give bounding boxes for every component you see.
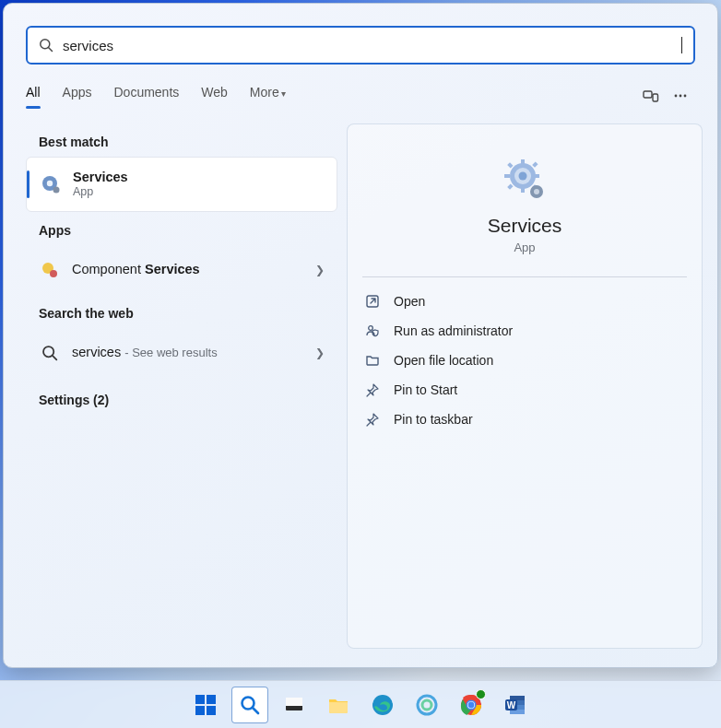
- taskbar-task-view-button[interactable]: [276, 687, 313, 723]
- tab-apps[interactable]: Apps: [63, 85, 92, 107]
- detail-subtitle: App: [514, 241, 535, 254]
- svg-point-16: [519, 172, 527, 181]
- action-run-as-admin[interactable]: Run as administrator: [362, 316, 687, 346]
- result-subtitle: App: [73, 185, 128, 199]
- search-area: [4, 4, 717, 65]
- taskbar-file-explorer-button[interactable]: [320, 687, 357, 723]
- search-input[interactable]: [63, 38, 685, 53]
- svg-rect-23: [507, 183, 513, 189]
- svg-point-28: [369, 326, 373, 331]
- action-open[interactable]: Open: [362, 287, 687, 316]
- folder-icon: [326, 693, 350, 717]
- action-pin-to-start[interactable]: Pin to Start: [362, 375, 687, 405]
- svg-point-39: [422, 700, 431, 710]
- taskbar-word-button[interactable]: W: [497, 687, 534, 723]
- detail-title: Services: [488, 215, 562, 237]
- search-icon: [239, 694, 261, 716]
- svg-point-11: [50, 270, 57, 277]
- services-gear-icon: [502, 158, 547, 202]
- result-web-search[interactable]: services - See web results ❯: [26, 328, 337, 378]
- windows-logo-icon: [194, 693, 218, 717]
- tab-documents[interactable]: Documents: [113, 85, 179, 107]
- ellipsis-icon: [672, 88, 689, 104]
- detail-actions: Open Run as administrator Open file loca…: [362, 287, 687, 434]
- svg-rect-24: [532, 161, 538, 167]
- text-caret: [681, 37, 682, 53]
- chevron-right-icon: ❯: [315, 264, 325, 276]
- tab-more[interactable]: More▾: [250, 85, 286, 107]
- result-title: Services: [73, 170, 128, 185]
- svg-point-5: [680, 95, 682, 98]
- section-apps: Apps: [39, 223, 337, 238]
- svg-point-6: [684, 95, 687, 98]
- svg-rect-21: [507, 162, 513, 168]
- chevron-right-icon: ❯: [315, 346, 325, 359]
- pin-icon: [364, 382, 381, 398]
- word-icon: W: [503, 693, 527, 717]
- svg-rect-18: [521, 187, 525, 193]
- tab-all[interactable]: All: [26, 85, 41, 107]
- open-icon: [364, 293, 381, 310]
- svg-rect-32: [207, 706, 216, 715]
- divider: [362, 276, 687, 277]
- task-view-icon: [283, 694, 305, 716]
- action-open-file-location[interactable]: Open file location: [362, 346, 687, 375]
- swirl-app-icon: [415, 693, 439, 717]
- svg-rect-2: [644, 91, 652, 98]
- chrome-icon: [459, 693, 483, 717]
- pin-icon: [364, 411, 381, 428]
- svg-rect-36: [286, 698, 302, 706]
- svg-line-13: [53, 356, 56, 359]
- svg-rect-20: [534, 174, 539, 178]
- shield-people-icon: [364, 323, 381, 339]
- section-best-match: Best match: [39, 135, 337, 149]
- svg-line-1: [49, 48, 53, 52]
- action-label: Open: [394, 294, 425, 309]
- chevron-down-icon: ▾: [281, 88, 286, 99]
- svg-point-26: [534, 189, 539, 194]
- edge-icon: [371, 693, 395, 717]
- svg-rect-17: [521, 159, 525, 165]
- taskbar-app-button[interactable]: [408, 687, 445, 723]
- action-label: Open file location: [394, 353, 493, 368]
- taskbar-edge-button[interactable]: [364, 687, 401, 723]
- svg-text:W: W: [507, 700, 516, 710]
- tab-web[interactable]: Web: [201, 85, 228, 107]
- svg-rect-29: [195, 695, 205, 704]
- taskbar-search-button[interactable]: [231, 687, 268, 723]
- start-search-panel: All Apps Documents Web More▾ Best match …: [3, 3, 718, 668]
- svg-point-38: [418, 696, 436, 714]
- action-label: Run as administrator: [394, 323, 513, 338]
- svg-rect-19: [504, 174, 510, 178]
- filter-row: All Apps Documents Web More▾: [4, 65, 717, 111]
- svg-point-8: [47, 181, 53, 186]
- taskbar: W: [0, 680, 721, 728]
- svg-rect-31: [195, 706, 205, 715]
- services-gear-icon: [40, 173, 62, 195]
- result-best-services[interactable]: Services App: [26, 157, 337, 212]
- action-pin-to-taskbar[interactable]: Pin to taskbar: [362, 405, 687, 434]
- svg-point-4: [675, 95, 678, 98]
- svg-line-34: [253, 708, 258, 713]
- taskbar-start-button[interactable]: [187, 687, 224, 723]
- result-component-services[interactable]: Component Services ❯: [26, 245, 337, 295]
- devices-icon: [643, 88, 659, 104]
- folder-icon: [364, 352, 381, 369]
- more-options-button[interactable]: [666, 81, 695, 111]
- search-icon: [39, 38, 53, 53]
- result-title: Component Services: [72, 262, 200, 277]
- component-services-icon: [39, 259, 61, 281]
- results-column: Best match Services App Apps Component S…: [26, 123, 337, 649]
- detail-panel: Services App Open Run as administrator O…: [347, 123, 703, 649]
- search-tabs: All Apps Documents Web More▾: [26, 85, 286, 107]
- taskbar-chrome-button[interactable]: [453, 687, 490, 723]
- result-title: services - See web results: [72, 345, 218, 360]
- section-settings[interactable]: Settings (2): [39, 393, 337, 407]
- search-across-devices-button[interactable]: [636, 81, 666, 111]
- search-icon: [39, 342, 61, 364]
- action-label: Pin to Start: [394, 382, 457, 397]
- search-box[interactable]: [26, 26, 695, 65]
- svg-point-9: [53, 187, 60, 194]
- section-search-web: Search the web: [39, 306, 337, 321]
- action-label: Pin to taskbar: [394, 412, 473, 427]
